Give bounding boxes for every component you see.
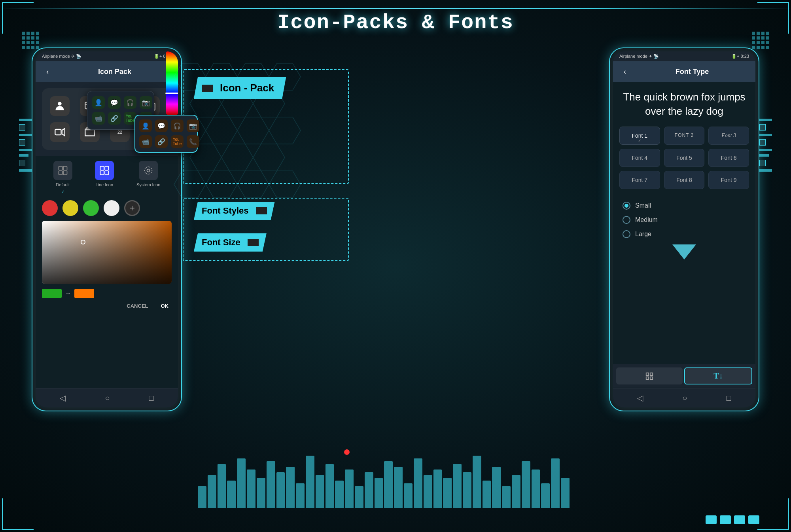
bottom-dots <box>706 515 759 524</box>
right-nav-bar: ◁ ○ □ <box>613 388 755 407</box>
font-preview-text: The quick brown fox jumps over the lazy … <box>613 82 755 127</box>
corner-decoration-br <box>757 498 789 530</box>
svg-rect-11 <box>63 171 67 174</box>
svg-rect-10 <box>59 171 62 174</box>
corner-decoration-tr <box>757 2 789 34</box>
popup-vid: 📹 <box>92 112 105 125</box>
svg-marker-7 <box>62 129 65 136</box>
font-btn-1[interactable]: Font 1 ✓ <box>619 127 660 145</box>
left-back-button[interactable]: ‹ <box>42 66 53 77</box>
radio-small-label: Small <box>635 202 651 209</box>
bottom-dot-3 <box>734 515 745 524</box>
icon-type-system[interactable]: System Icon <box>136 161 161 194</box>
svg-rect-12 <box>100 167 104 170</box>
icon-video[interactable] <box>50 122 70 142</box>
right-status-mode: Airplane mode ✈ 📡 <box>619 54 659 59</box>
status-mode: Airplane mode ✈ 📡 <box>42 54 81 59</box>
radio-medium-label: Medium <box>635 216 658 223</box>
font-btn-6-label: Font 6 <box>721 155 737 161</box>
right-nav-home[interactable]: ○ <box>682 394 687 403</box>
bottom-dot-2 <box>720 515 731 524</box>
right-header-title: Font Type <box>635 68 749 76</box>
right-back-icon: ‹ <box>624 68 626 76</box>
font-btn-6[interactable]: Font 6 <box>708 149 749 167</box>
icon-type-line[interactable]: Line Icon <box>95 161 114 194</box>
svg-point-16 <box>147 169 150 172</box>
popup-o-msg: 💬 <box>155 119 168 132</box>
right-status-right: 🔋+ 8:23 <box>731 54 749 59</box>
svg-rect-19 <box>646 373 649 375</box>
font-btn-3-label: Font 3 <box>721 133 736 138</box>
icon-popup-orange: 👤 💬 🎧 📷 📹 🔗 YouTube 📞 <box>134 115 198 153</box>
color-arrow-icon: → <box>65 290 71 297</box>
radio-medium[interactable]: Medium <box>623 216 746 224</box>
status-left: Airplane mode ✈ 📡 <box>42 54 81 59</box>
annotation-font-size: Font Size <box>194 233 267 252</box>
right-status-bar: Airplane mode ✈ 📡 🔋+ 8:23 <box>613 51 755 61</box>
cancel-button[interactable]: CANCEL <box>123 301 151 310</box>
radio-small[interactable]: Small <box>623 202 746 210</box>
font-btn-8[interactable]: Font 8 <box>664 171 705 189</box>
color-main-picker[interactable] <box>42 221 172 284</box>
svg-rect-13 <box>105 167 108 170</box>
annotation-icon-pack: Icon - Pack <box>194 77 286 99</box>
icon-type-default[interactable]: Default ✓ <box>53 161 72 194</box>
svg-rect-6 <box>55 129 61 135</box>
radio-medium-circle <box>623 216 630 224</box>
svg-point-17 <box>145 167 152 174</box>
font-btn-5-label: Font 5 <box>676 155 692 161</box>
svg-marker-18 <box>672 244 696 259</box>
right-app-header: ‹ Font Type <box>613 61 755 82</box>
right-nav-back[interactable]: ◁ <box>637 393 643 403</box>
grid-decoration-left <box>22 32 39 49</box>
right-back-button[interactable]: ‹ <box>619 66 630 77</box>
color-picker-wrapper <box>42 221 172 284</box>
svg-rect-21 <box>646 377 649 379</box>
color-from <box>42 289 62 298</box>
font-btn-9-label: Font 9 <box>721 177 737 183</box>
svg-rect-15 <box>105 171 108 174</box>
bottom-dot-1 <box>706 515 717 524</box>
bottom-dot-4 <box>748 515 759 524</box>
radio-large[interactable]: Large <box>623 230 746 238</box>
font-btn-1-label: Font 1 <box>632 133 647 139</box>
swatch-add[interactable]: + <box>124 200 140 216</box>
font-size-section: Small Medium Large <box>613 195 755 267</box>
toolbar-grid-btn[interactable] <box>616 367 683 384</box>
popup-icon-grid-orange: 👤 💬 🎧 📷 📹 🔗 YouTube 📞 <box>139 119 193 148</box>
default-thumb <box>53 161 72 180</box>
font-btn-7[interactable]: Font 7 <box>619 171 660 189</box>
font-btn-3[interactable]: Font 3 <box>708 127 749 145</box>
font-btn-2[interactable]: FONT 2 <box>664 127 705 145</box>
popup-link: 🔗 <box>108 112 121 125</box>
left-nav-bar: ◁ ○ □ <box>36 388 178 407</box>
radio-large-label: Large <box>635 231 651 238</box>
bottom-toolbar: T↓ <box>613 364 755 388</box>
system-thumb <box>139 161 158 180</box>
font-btn-8-label: Font 8 <box>676 177 692 183</box>
nav-home-icon[interactable]: ○ <box>105 394 110 403</box>
left-back-icon: ‹ <box>46 68 49 76</box>
popup-headset: 🎧 <box>124 96 136 109</box>
line-thumb <box>95 161 114 180</box>
popup-o-link: 🔗 <box>155 135 168 148</box>
toolbar-font-btn[interactable]: T↓ <box>684 367 752 384</box>
icon-person[interactable] <box>50 96 70 116</box>
swatch-white[interactable] <box>104 200 119 216</box>
swatch-red[interactable] <box>42 200 58 216</box>
grid-decoration-right <box>752 32 769 49</box>
swatch-green[interactable] <box>83 200 99 216</box>
nav-back-icon[interactable]: ◁ <box>60 393 66 403</box>
font-btn-4[interactable]: Font 4 <box>619 149 660 167</box>
font-size-label: Font Size <box>194 233 267 252</box>
popup-o-cam: 📷 <box>187 119 199 132</box>
svg-rect-14 <box>100 171 104 174</box>
right-nav-recents[interactable]: □ <box>726 394 731 403</box>
nav-recents-icon[interactable]: □ <box>149 394 153 403</box>
font-btn-9[interactable]: Font 9 <box>708 171 749 189</box>
font-btn-5[interactable]: Font 5 <box>664 149 705 167</box>
left-app-header: ‹ Icon Pack <box>36 61 178 82</box>
swatch-yellow[interactable] <box>62 200 78 216</box>
right-status-left: Airplane mode ✈ 📡 <box>619 54 659 59</box>
svg-rect-22 <box>650 377 653 379</box>
